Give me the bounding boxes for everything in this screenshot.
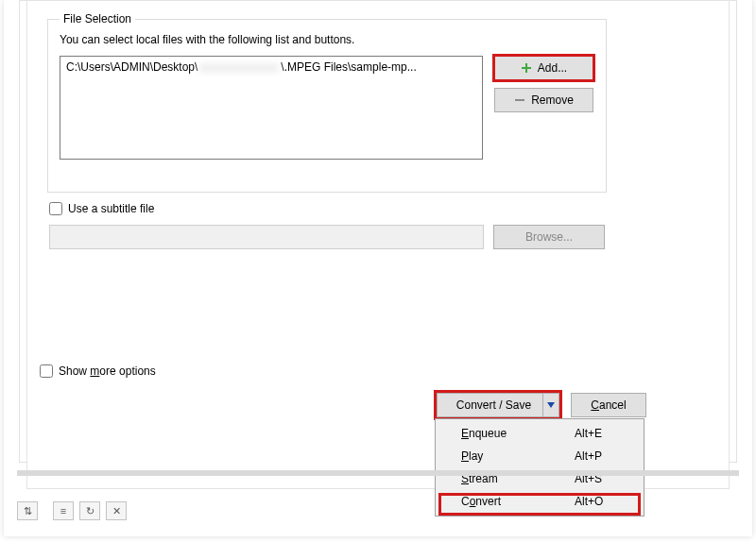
- subtitle-checkbox-label: Use a subtitle file: [68, 202, 154, 215]
- convert-save-split-button[interactable]: Convert / Save: [437, 393, 559, 417]
- file-path-prefix: C:\Users\ADMIN\Desktop\: [66, 60, 198, 74]
- browse-button-label: Browse...: [525, 230, 573, 244]
- minus-icon: [514, 94, 525, 106]
- subtitle-checkbox[interactable]: [49, 202, 62, 215]
- subtitle-path-input: [49, 225, 484, 249]
- add-button-label: Add...: [538, 61, 567, 75]
- file-list[interactable]: C:\Users\ADMIN\Desktop\\.MPEG Files\samp…: [60, 56, 483, 160]
- remove-button-label: Remove: [531, 93, 574, 107]
- show-more-options-label: Show more options: [59, 364, 156, 378]
- cancel-button-label: Cancel: [591, 398, 626, 412]
- add-button[interactable]: Add...: [494, 56, 593, 80]
- convert-dropdown-menu: Enqueue Alt+E Play Alt+P Stream Alt+S Co…: [435, 418, 644, 517]
- background-toolbar: ⇅ ≡ ↻ ✕: [17, 500, 127, 521]
- menu-shortcut: Alt+P: [575, 449, 631, 463]
- convert-save-label: Convert / Save: [438, 398, 542, 412]
- menu-shortcut: Alt+E: [575, 427, 631, 440]
- file-path-suffix: \.MPEG Files\sample-mp...: [281, 60, 416, 74]
- chevron-down-icon: [547, 402, 555, 408]
- show-more-options-checkbox[interactable]: [40, 364, 53, 378]
- menu-shortcut: Alt+O: [575, 495, 631, 508]
- bg-btn-2[interactable]: ≡: [53, 501, 74, 520]
- cancel-button[interactable]: Cancel: [571, 393, 646, 417]
- bg-btn-1[interactable]: ⇅: [17, 501, 38, 520]
- file-path-redacted: [199, 63, 279, 73]
- file-selection-legend: File Selection: [60, 12, 135, 25]
- menu-item-convert[interactable]: Convert Alt+O: [438, 490, 641, 513]
- file-selection-description: You can select local files with the foll…: [60, 33, 354, 46]
- bg-btn-3[interactable]: ↻: [79, 501, 100, 520]
- browse-button: Browse...: [493, 225, 605, 249]
- show-more-options-row[interactable]: Show more options: [40, 364, 156, 378]
- menu-item-enqueue[interactable]: Enqueue Alt+E: [438, 422, 641, 445]
- file-selection-group: File Selection You can select local file…: [47, 19, 607, 193]
- remove-button[interactable]: Remove: [494, 88, 593, 112]
- menu-item-play[interactable]: Play Alt+P: [438, 445, 641, 467]
- file-list-item[interactable]: C:\Users\ADMIN\Desktop\\.MPEG Files\samp…: [60, 57, 482, 77]
- subtitle-checkbox-row[interactable]: Use a subtitle file: [49, 202, 154, 215]
- svg-rect-0: [515, 99, 524, 101]
- background-strip: [17, 470, 739, 476]
- bg-btn-4[interactable]: ✕: [106, 501, 127, 520]
- plus-icon: [521, 62, 532, 74]
- convert-save-dropdown[interactable]: [542, 394, 558, 416]
